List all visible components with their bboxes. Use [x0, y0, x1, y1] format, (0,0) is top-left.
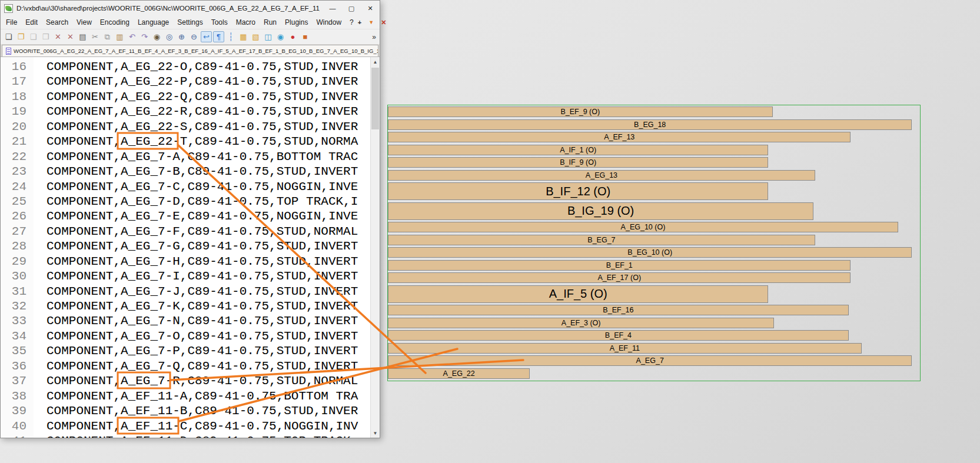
- line-number: 39: [1, 404, 26, 418]
- bar-label: B_EF_4: [605, 331, 632, 339]
- paste-icon[interactable]: ▥: [114, 31, 125, 42]
- show-all-chars-icon[interactable]: ¶: [213, 31, 224, 42]
- save-all-icon[interactable]: ❒: [40, 31, 51, 42]
- close-all-icon[interactable]: ✕: [65, 31, 76, 42]
- bar-label: A_EF_13: [604, 133, 634, 141]
- code-line: COMPONENT,A_EG_7-Q,C89-41-0.75,STUD,INVE…: [46, 359, 370, 374]
- scroll-up-arrow-icon[interactable]: ▲: [371, 57, 380, 66]
- document-icon: [6, 48, 11, 55]
- notepadpp-logo-icon: [4, 4, 13, 13]
- menu-[interactable]: ?: [346, 16, 358, 28]
- menu-encoding[interactable]: Encoding: [96, 16, 134, 28]
- close-button[interactable]: ✕: [361, 1, 380, 16]
- code-text-area[interactable]: COMPONENT,A_EG_22-O,C89-41-0.75,STUD,INV…: [34, 57, 370, 438]
- diagram-bar-b-if-9-o: B_IF_9 (O): [388, 157, 768, 168]
- menu-file[interactable]: File: [2, 16, 21, 28]
- diagram-bar-a-eg-7: A_EG_7: [388, 355, 912, 366]
- bar-label: A_EG_22: [443, 369, 475, 378]
- word-wrap-icon[interactable]: ↩: [201, 31, 212, 42]
- diagram-bar-a-ef-11: A_EF_11: [388, 343, 862, 354]
- bar-label: A_IF_5 (O): [549, 287, 607, 301]
- tab-bar: WOORITE_006G_A_EG_22_A_EG_7_A_EF_11_B_EF…: [1, 44, 380, 57]
- menu-run[interactable]: Run: [260, 16, 281, 28]
- line-number: 32: [1, 299, 26, 314]
- menu-view[interactable]: View: [72, 16, 96, 28]
- code-line: COMPONENT,A_EG_7-A,C89-41-0.75,BOTTOM TR…: [46, 149, 370, 164]
- menu-language[interactable]: Language: [134, 16, 173, 28]
- copy-icon[interactable]: ⧉: [102, 31, 113, 42]
- zoom-in-icon[interactable]: ⊕: [176, 31, 187, 42]
- line-number: 27: [1, 224, 26, 239]
- zoom-out-icon[interactable]: ⊖: [188, 31, 200, 42]
- scroll-thumb[interactable]: [371, 68, 379, 129]
- title-bar[interactable]: D:\vxbd\au\30\shared\projects\WOORITE_00…: [1, 1, 380, 16]
- code-line: COMPONENT,A_EG_22-T,C89-41-0.75,STUD,NOR…: [46, 134, 370, 149]
- code-line: COMPONENT,A_EG_22-S,C89-41-0.75,STUD,INV…: [46, 119, 370, 134]
- macro-stop-icon[interactable]: ■: [300, 31, 311, 42]
- menu-edit[interactable]: Edit: [21, 16, 42, 28]
- code-line: COMPONENT,A_EG_7-K,C89-41-0.75,STUD,INVE…: [46, 299, 370, 314]
- print-icon[interactable]: ▤: [77, 31, 88, 42]
- code-line: COMPONENT,A_EG_7-H,C89-41-0.75,STUD,INVE…: [46, 254, 370, 269]
- menu-search[interactable]: Search: [42, 16, 72, 28]
- redo-icon[interactable]: ↷: [139, 31, 150, 42]
- code-line: COMPONENT,A_EG_7-G,C89-41-0.75,STUD,INVE…: [46, 239, 370, 254]
- document-map-icon[interactable]: ▦: [238, 31, 249, 42]
- minimize-button[interactable]: —: [323, 1, 342, 16]
- diagram-bar-b-eg-7: B_EG_7: [388, 235, 815, 245]
- replace-icon[interactable]: ◎: [164, 31, 175, 42]
- window-controls: — ▢ ✕: [323, 1, 380, 16]
- tab-woorite-file[interactable]: WOORITE_006G_A_EG_22_A_EG_7_A_EF_11_B_EF…: [2, 45, 378, 56]
- vertical-scrollbar[interactable]: ▲ ▼: [370, 57, 380, 438]
- save-icon[interactable]: ❑: [28, 31, 39, 42]
- line-number: 24: [1, 179, 26, 194]
- new-file-icon[interactable]: ❏: [3, 31, 14, 42]
- code-line: COMPONENT,A_EG_22-P,C89-41-0.75,STUD,INV…: [46, 74, 370, 89]
- macro-record-icon[interactable]: ●: [287, 31, 298, 42]
- bar-label: A_IF_1 (O): [560, 146, 596, 154]
- new-tab-button[interactable]: +: [358, 19, 361, 26]
- code-line: COMPONENT,A_EG_7-R,C89-41-0.75,STUD,NORM…: [46, 374, 370, 388]
- code-line: COMPONENT,A_EG_7-E,C89-41-0.75,NOGGIN,IN…: [46, 209, 370, 224]
- window-title: D:\vxbd\au\30\shared\projects\WOORITE_00…: [16, 5, 320, 12]
- menu-macro[interactable]: Macro: [232, 16, 260, 28]
- line-number: 29: [1, 254, 26, 269]
- highlighted-token: A_EG_22: [121, 135, 172, 148]
- monitoring-eye-icon[interactable]: ◉: [275, 31, 286, 42]
- diagram-bar-a-if-5-o: A_IF_5 (O): [388, 285, 768, 303]
- bar-label: B_EF_16: [603, 306, 633, 314]
- code-line: COMPONENT,A_EG_7-N,C89-41-0.75,STUD,INVE…: [46, 314, 370, 328]
- line-number: 21: [1, 134, 26, 149]
- bar-label: B_EG_7: [587, 236, 615, 244]
- close-document-button[interactable]: ✕: [381, 19, 386, 26]
- tab-list-dropdown-icon[interactable]: ▼: [368, 19, 374, 25]
- menu-settings[interactable]: Settings: [173, 16, 207, 28]
- menu-items: FileEditSearchViewEncodingLanguageSettin…: [2, 16, 358, 28]
- scroll-down-arrow-icon[interactable]: ▼: [371, 428, 380, 438]
- cut-icon[interactable]: ✂: [89, 31, 101, 42]
- line-number: 36: [1, 359, 26, 374]
- find-icon[interactable]: ◉: [151, 31, 162, 42]
- diagram-bar-b-ef-9-o: B_EF_9 (O): [388, 106, 773, 117]
- menu-window[interactable]: Window: [312, 16, 346, 28]
- function-list-icon[interactable]: ▧: [250, 31, 261, 42]
- maximize-button[interactable]: ▢: [342, 1, 361, 16]
- line-number: 40: [1, 419, 26, 434]
- bar-label: A_EF_17 (O): [597, 274, 641, 282]
- undo-icon[interactable]: ↶: [127, 31, 138, 42]
- line-number: 30: [1, 269, 26, 284]
- menu-tools[interactable]: Tools: [207, 16, 232, 28]
- open-folder-icon[interactable]: ❐: [15, 31, 26, 42]
- bar-label: B_EG_18: [634, 121, 666, 129]
- diagram-bar-a-ef-3-o: A_EF_3 (O): [388, 318, 774, 328]
- folder-workspace-icon[interactable]: ◫: [263, 31, 274, 42]
- diagram-bar-b-ef-4: B_EF_4: [388, 330, 849, 341]
- toolbar-overflow-chevron[interactable]: »: [372, 33, 380, 41]
- close-document-icon[interactable]: ✕: [52, 31, 64, 42]
- diagram-bar-a-eg-13: A_EG_13: [388, 170, 815, 181]
- line-number: 18: [1, 89, 26, 104]
- line-number: 22: [1, 149, 26, 164]
- bar-label: B_EG_10 (O): [627, 248, 672, 257]
- menu-plugins[interactable]: Plugins: [281, 16, 312, 28]
- indent-guide-icon[interactable]: ┆: [225, 31, 237, 42]
